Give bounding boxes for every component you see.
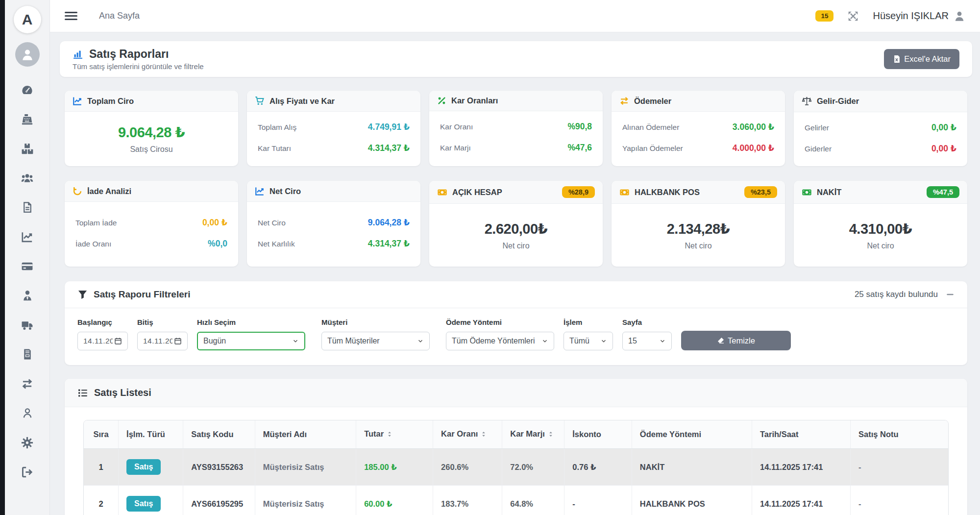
document-icon: [22, 201, 33, 213]
start-date-input[interactable]: 14.11.2025: [77, 332, 128, 350]
stat-row: Net Ciro9.064,28 ₺: [257, 212, 411, 233]
sort-icon: [547, 431, 554, 438]
sidebar-item-reports[interactable]: [21, 230, 33, 243]
sort-icon: [386, 431, 393, 438]
page-header: Satış Raporları Tüm satış işlemlerini gö…: [60, 41, 972, 77]
filter-quick-select: Hızlı Seçim Bugün: [197, 318, 305, 350]
filter-title: Satış Raporu Filtreleri: [94, 289, 190, 300]
notification-badge[interactable]: 15: [815, 10, 833, 22]
card-net-ciro: Net Ciro Net Ciro9.064,28 ₺ Net Karlılık…: [247, 181, 420, 267]
user-menu[interactable]: Hüseyin IŞIKLAR: [873, 10, 965, 22]
settings-gear-icon: [21, 437, 33, 449]
card-title: İade Analizi: [87, 187, 131, 196]
card-kar-oranlari: Kar Oranları Kar Oranı%90,8 Kar Marjı%47…: [429, 91, 603, 166]
eraser-icon: [717, 337, 725, 344]
sidebar-item-inventory[interactable]: [21, 142, 33, 155]
stat-row: Net Karlılık4.314,37 ₺: [257, 233, 411, 254]
filter-end-date: Bitiş 14.11.2025: [137, 318, 188, 350]
card-title: Gelir-Gider: [817, 97, 859, 106]
chevron-down-icon: [292, 338, 299, 344]
stat-row: Kar Marjı%47,6: [439, 137, 593, 158]
sidebar-item-documents[interactable]: [22, 201, 33, 214]
calendar-icon: [114, 337, 122, 345]
table-row[interactable]: 1 Satış AYS93155263 Müşterisiz Satış 185…: [84, 449, 948, 486]
col-sira: Sıra: [84, 420, 119, 449]
card-nakit: NAKİT %47,5 4.310,00₺ Net ciro: [794, 181, 967, 267]
sidebar-item-shipping[interactable]: [21, 319, 34, 331]
cell-tutar: 60.00 ₺: [356, 486, 433, 515]
sidebar: A: [5, 0, 50, 515]
sale-type-badge[interactable]: Satış: [126, 459, 161, 475]
undo-icon: [73, 186, 82, 196]
sidebar-item-settings[interactable]: [21, 436, 33, 449]
card-title: Kar Oranları: [451, 96, 498, 105]
col-kar-orani[interactable]: Kar Oranı: [433, 420, 502, 449]
card-gelir-gider: Gelir-Gider Gelirler0,00 ₺ Giderler0,00 …: [794, 91, 967, 166]
profile-icon: [22, 407, 33, 419]
cell-tarih-saat: 14.11.2025 17:41: [752, 486, 850, 515]
sidebar-item-transactions[interactable]: [21, 377, 34, 390]
balance-scale-icon: [802, 96, 812, 106]
sidebar-item-account[interactable]: [22, 407, 33, 419]
card-halkbank-pos: HALKBANK POS %23,5 2.134,28₺ Net ciro: [612, 181, 785, 267]
cell-islem-turu: Satış: [119, 486, 183, 515]
menu-toggle-icon[interactable]: [65, 10, 77, 22]
end-date-input[interactable]: 14.11.2025: [137, 332, 188, 350]
cell-kar-orani: 260.6%: [433, 449, 502, 486]
table-title: Satış Listesi: [94, 387, 151, 398]
sale-type-badge[interactable]: Satış: [126, 496, 161, 512]
customer-dropdown[interactable]: Tüm Müşteriler: [321, 332, 430, 350]
sidebar-item-customers[interactable]: [21, 172, 34, 184]
col-kar-marji[interactable]: Kar Marjı: [502, 420, 564, 449]
cell-kar-marji: 72.0%: [502, 449, 564, 486]
stat-row: Gelirler0,00 ₺: [804, 117, 957, 138]
user-avatar[interactable]: [15, 42, 40, 67]
card-label: Net ciro: [502, 242, 529, 250]
cell-sira: 2: [84, 486, 119, 515]
sidebar-item-dashboard[interactable]: [21, 83, 33, 96]
collapse-button[interactable]: [946, 290, 955, 299]
card-iade-analizi: İade Analizi Toplam İade0,00 ₺ İade Oran…: [65, 181, 238, 267]
transaction-dropdown[interactable]: Tümü: [564, 332, 613, 350]
sidebar-item-pos[interactable]: [21, 113, 33, 125]
export-excel-button[interactable]: Excel'e Aktar: [884, 49, 959, 69]
sidebar-item-payments[interactable]: [21, 260, 33, 272]
logout-icon: [21, 466, 33, 478]
user-tie-icon: [22, 290, 33, 301]
list-icon: [77, 388, 88, 398]
dashboard-gauge-icon: [21, 84, 33, 96]
exchange-arrows-icon: [619, 96, 629, 106]
sidebar-item-invoices[interactable]: [22, 348, 33, 361]
card-title: NAKİT: [817, 188, 841, 197]
percent-icon: [437, 96, 446, 105]
card-value: 2.620,00₺: [485, 221, 548, 237]
card-label: Net ciro: [685, 242, 711, 250]
clear-filters-button[interactable]: Temizle: [681, 331, 791, 350]
payment-method-dropdown[interactable]: Tüm Ödeme Yöntemleri: [446, 332, 554, 350]
page-size-dropdown[interactable]: 15: [622, 332, 672, 350]
card-alis-fiyati-ve-kar: Alış Fiyatı ve Kar Toplam Alış4.749,91 ₺…: [247, 91, 420, 166]
bar-chart-icon: [73, 49, 83, 60]
fullscreen-button[interactable]: [847, 10, 859, 22]
app-logo[interactable]: A: [14, 6, 41, 33]
breadcrumb[interactable]: Ana Sayfa: [99, 11, 140, 21]
sidebar-item-logout[interactable]: [21, 466, 33, 478]
col-iskonto: İskonto: [564, 420, 632, 449]
cell-odeme-yontemi: NAKİT: [632, 449, 752, 486]
cell-iskonto: -: [564, 486, 632, 515]
card-value: 9.064,28 ₺: [118, 124, 185, 141]
table-row[interactable]: 2 Satış AYS66195295 Müşterisiz Satış 60.…: [84, 486, 948, 515]
money-bill-icon: [437, 187, 447, 197]
sales-table: Sıra İşlm. Türü Satış Kodu Müşteri Adı T…: [83, 420, 949, 515]
stat-row: Giderler0,00 ₺: [804, 138, 957, 159]
col-tutar[interactable]: Tutar: [356, 420, 433, 449]
cell-musteri-adi: Müşterisiz Satış: [255, 486, 356, 515]
cell-sira: 1: [84, 449, 119, 486]
excel-file-icon: [893, 55, 901, 63]
quick-select-dropdown[interactable]: Bugün: [197, 332, 305, 350]
sidebar-item-personnel[interactable]: [22, 289, 33, 302]
page-subtitle: Tüm satış işlemlerini görüntüle ve filtr…: [73, 62, 204, 71]
col-odeme-yontemi: Ödeme Yöntemi: [632, 420, 752, 449]
result-count: 25 satış kaydı bulundu: [855, 290, 938, 299]
users-group-icon: [21, 172, 34, 184]
